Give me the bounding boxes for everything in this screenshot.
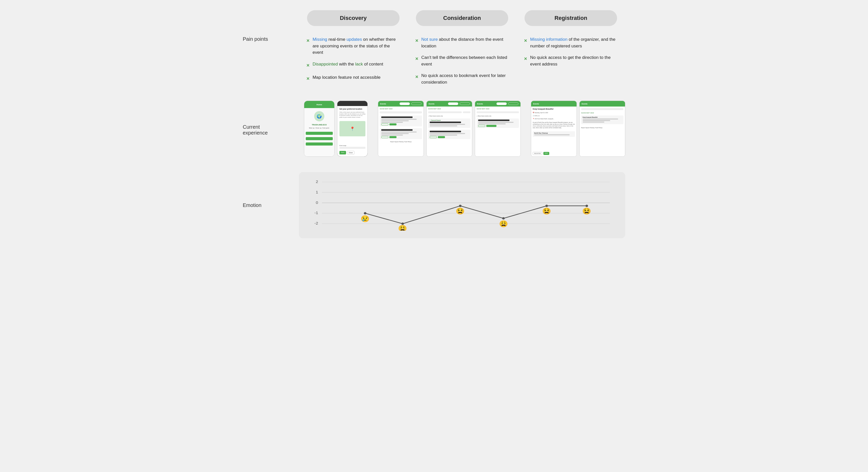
- event-location: 📍 232 Front Street North, Issaquah...: [533, 118, 575, 120]
- earth-day-card: Earth Day Cleanup: [533, 131, 575, 137]
- tab-my-events: [508, 102, 518, 105]
- discovery-screenshots: Home 🌍 TRASH.AND.ECO Meet up. Clean up. …: [299, 98, 373, 159]
- event-line: [478, 122, 514, 123]
- view-btn[interactable]: [381, 123, 389, 125]
- y-label-1: 1: [316, 190, 318, 194]
- tablet-screen-1: Events SHOW MAP VIEW: [378, 101, 424, 157]
- event-title: [381, 129, 412, 131]
- event-line: [381, 119, 417, 120]
- map-area: [339, 121, 365, 136]
- register-btn[interactable]: [390, 123, 397, 125]
- highlight: lack: [355, 62, 363, 67]
- event-line: [381, 122, 403, 123]
- event-line: [430, 135, 457, 136]
- close-btn[interactable]: Close: [347, 151, 354, 155]
- highlight: Missing information: [530, 37, 567, 42]
- save-btn[interactable]: SAVE: [544, 152, 549, 155]
- highlight: Disappointed: [313, 62, 338, 67]
- event-line: [583, 120, 610, 121]
- event-buttons: [478, 125, 517, 127]
- tablet-screen-2: Events SHOW MAP VIEW □ Show future event…: [426, 101, 472, 157]
- phone-body: 🌍 TRASH.AND.ECO Meet up. Clean up. Feel …: [304, 108, 334, 157]
- pain-point-text: Disappointed with the lack of content: [313, 61, 383, 68]
- event-buttons: [381, 136, 421, 138]
- data-point-5: [546, 205, 548, 207]
- future-events-toggle: □ Show future events only: [428, 115, 470, 117]
- tablet-screen-3: Events SHOW MAP VIEW □ Show future event…: [475, 101, 521, 157]
- y-label-0: 0: [316, 200, 318, 204]
- emoji-1: 😢: [361, 215, 370, 223]
- view-btn[interactable]: [430, 136, 437, 138]
- event-card: Keep Issaquah Beautiful: [581, 115, 623, 124]
- x-icon: ×: [524, 55, 527, 62]
- emoji-4: 😩: [499, 220, 508, 228]
- set-location-title: Set your preferred location: [339, 108, 365, 110]
- create-btn[interactable]: [486, 125, 496, 127]
- btn-events: [306, 132, 333, 135]
- pain-points-label: Pain points: [243, 34, 299, 42]
- reg-tablet-2: Events SHOW MAP VIEW Keep Issaquah Beaut…: [579, 101, 625, 157]
- btn-location: [306, 142, 333, 145]
- event-detail-title: Keep Issaquah Beautiful: [533, 108, 575, 110]
- emoji-2: 😩: [398, 225, 407, 231]
- app-name: Events: [582, 103, 588, 105]
- emoji-5: 😫: [542, 207, 551, 215]
- pain-point-text: No quick access to get the direction to …: [530, 54, 618, 67]
- pain-point-item: × Missing information of the organizer, …: [524, 36, 618, 49]
- event-line: [583, 122, 604, 123]
- chart-svg: 2 1 0 -1 -2 😢 😩: [307, 180, 615, 231]
- registration-pill: Registration: [525, 10, 617, 26]
- app-name: Events: [533, 103, 539, 105]
- event-line: [583, 119, 618, 120]
- pain-point-item: × Disappointed with the lack of content: [307, 61, 400, 69]
- pain-point-item: × Not sure about the distance from the e…: [415, 36, 509, 49]
- event-line: [478, 123, 506, 124]
- field-input: [339, 147, 365, 149]
- app-tagline: Meet up. Clean up. Feel good.: [306, 127, 333, 129]
- register-link-btn[interactable]: REGISTER: [533, 152, 542, 155]
- pain-point-text: Can't tell the differences between each …: [421, 54, 509, 67]
- footer-text: Report Square Parkway Trash Pickup: [581, 127, 623, 129]
- event-card-1: ○ Cancel Event: [428, 119, 470, 128]
- emotion-row: Emotion 2: [243, 172, 625, 238]
- pain-points-row: Pain points × Missing real-time updates …: [243, 34, 625, 88]
- event-line: [381, 135, 403, 136]
- footer-text: Report Square Parkway Trash Pickup: [380, 141, 422, 142]
- registration-screenshots: Events Keep Issaquah Beautiful 📅 Saturda…: [526, 98, 630, 159]
- tablet-header: Events: [378, 101, 424, 106]
- event-card: [476, 119, 519, 128]
- earth-day-title: Earth Day Cleanup: [534, 132, 574, 134]
- event-line: [381, 120, 409, 121]
- event-line: [430, 133, 465, 134]
- view-btn[interactable]: [478, 125, 485, 127]
- pain-point-item: × Map location feature not accessible: [307, 74, 400, 82]
- highlight: Not sure: [421, 37, 438, 42]
- register-btn[interactable]: [390, 136, 397, 138]
- tablet-body-3: SHOW MAP VIEW □ Show future events only: [475, 106, 521, 157]
- phone-screen-2: Set your preferred location Click on the…: [337, 101, 368, 157]
- filter-row: [428, 111, 470, 113]
- manage-btn[interactable]: [438, 136, 445, 138]
- reg-tablet-1: Events Keep Issaquah Beautiful 📅 Saturda…: [531, 101, 577, 157]
- action-buttons: Save Close: [339, 151, 365, 155]
- event-title: [430, 122, 461, 123]
- tab-browse: [448, 102, 458, 105]
- tab-my-events: [460, 102, 470, 105]
- view-btn[interactable]: [381, 136, 389, 138]
- x-icon: ×: [415, 73, 418, 80]
- tab-my-events: [411, 102, 422, 105]
- app-name: Events: [477, 103, 483, 105]
- save-btn[interactable]: Save: [339, 151, 346, 155]
- x-icon: ×: [307, 61, 310, 69]
- experience-label: Current experience: [243, 122, 299, 136]
- search-bar: [581, 108, 623, 110]
- app-name: TRASH.AND.ECO: [306, 124, 333, 126]
- tablet-app-name: Events: [380, 103, 386, 105]
- event-card-2: [380, 128, 422, 139]
- phone-status-bar: [337, 101, 367, 106]
- emotion-line: [365, 206, 587, 224]
- discovery-pain-points: × Missing real-time updates on whether t…: [299, 34, 408, 85]
- header-discovery: Discovery: [299, 10, 408, 26]
- phone-screen-1: Home 🌍 TRASH.AND.ECO Meet up. Clean up. …: [304, 101, 335, 157]
- pain-point-item: × No quick access to bookmark event for …: [415, 72, 509, 86]
